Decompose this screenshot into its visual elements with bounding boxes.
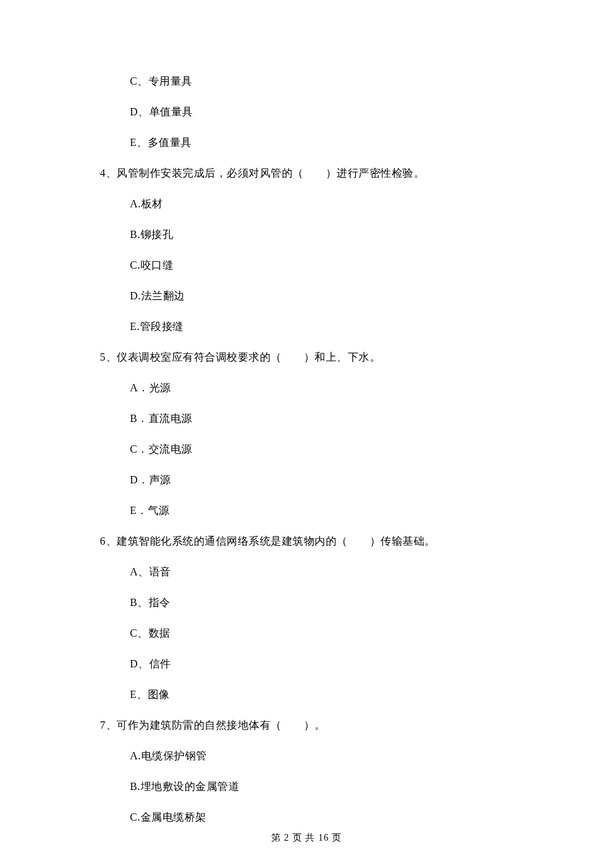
q5-stem: 5、仪表调校室应有符合调校要求的（ ）和上、下水。 xyxy=(100,349,513,365)
q6-stem: 6、建筑智能化系统的通信网络系统是建筑物内的（ ）传输基础。 xyxy=(100,533,513,549)
q5-option-d: D．声源 xyxy=(130,472,513,488)
q7-option-a: A.电缆保护钢管 xyxy=(130,748,513,764)
q3-option-e: E、多值量具 xyxy=(130,135,513,151)
q4-option-c: C.咬口缝 xyxy=(130,257,513,273)
q7-option-b: B.埋地敷设的金属管道 xyxy=(130,779,513,795)
q5-option-e: E．气源 xyxy=(130,503,513,519)
q4-option-b: B.铆接孔 xyxy=(130,227,513,243)
q5-option-b: B．直流电源 xyxy=(130,411,513,427)
q6-option-c: C、数据 xyxy=(130,625,513,641)
q5-option-c: C．交流电源 xyxy=(130,441,513,457)
q4-stem: 4、风管制作安装完成后，必须对风管的（ ）进行严密性检验。 xyxy=(100,165,513,181)
q5-option-a: A．光源 xyxy=(130,380,513,396)
q4-option-e: E.管段接缝 xyxy=(130,319,513,335)
q6-option-a: A、语音 xyxy=(130,564,513,580)
q6-option-b: B、指令 xyxy=(130,595,513,611)
q3-option-c: C、专用量具 xyxy=(130,73,513,89)
q4-option-a: A.板材 xyxy=(130,196,513,212)
document-page: C、专用量具 D、单值量具 E、多值量具 4、风管制作安装完成后，必须对风管的（… xyxy=(0,0,613,825)
q7-option-c: C.金属电缆桥架 xyxy=(130,809,513,825)
q6-option-e: E、图像 xyxy=(130,687,513,703)
q4-option-d: D.法兰翻边 xyxy=(130,288,513,304)
q6-option-d: D、信件 xyxy=(130,656,513,672)
q3-option-d: D、单值量具 xyxy=(130,104,513,120)
page-footer: 第 2 页 共 16 页 xyxy=(0,831,613,845)
q7-stem: 7、可作为建筑防雷的自然接地体有（ ）。 xyxy=(100,717,513,733)
